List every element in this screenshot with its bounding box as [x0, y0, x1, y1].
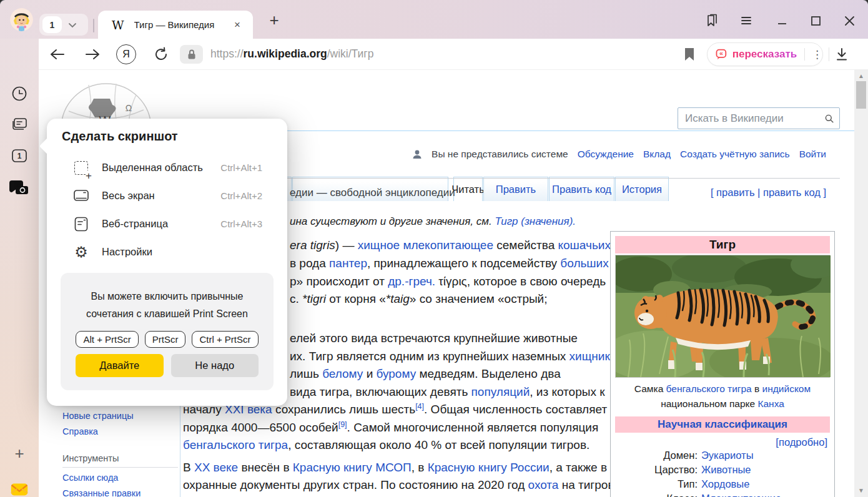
personal-link-contribs[interactable]: Вклад	[643, 149, 671, 160]
yandex-mail-button[interactable]	[9, 480, 29, 497]
retell-more-icon[interactable]: ⋮	[812, 48, 822, 61]
address-bar[interactable]: https://ru.wikipedia.org/wiki/Тигр	[210, 47, 373, 61]
chevron-down-icon[interactable]	[64, 17, 81, 33]
downloads-button[interactable]	[832, 44, 852, 64]
wiki-link[interactable]: Красную книгу России	[428, 461, 550, 474]
search-icon[interactable]	[824, 112, 834, 125]
wiki-link[interactable]: Канха	[757, 398, 784, 409]
new-tab-button[interactable]: +	[264, 9, 285, 31]
wiki-link[interactable]: XX веке	[194, 461, 238, 474]
text-segment: их. Тигр является одним из крупнейших на…	[290, 350, 570, 363]
avatar-icon	[10, 8, 33, 31]
svg-text:Ω: Ω	[126, 103, 132, 113]
decline-button[interactable]: Не надо	[171, 354, 259, 377]
window-minimize-button[interactable]	[773, 11, 792, 30]
sidebar-link-help[interactable]: Справка	[62, 426, 98, 436]
bookmarks-panel-button[interactable]	[702, 11, 721, 30]
taxo-value-link[interactable]: Эукариоты	[701, 448, 830, 463]
search-input[interactable]	[684, 112, 824, 125]
tab-close-icon[interactable]: ×	[230, 18, 244, 32]
sidebar-link-new-pages[interactable]: Новые страницы	[62, 411, 134, 421]
tab-edit-source[interactable]: Править код	[549, 177, 614, 201]
profile-avatar[interactable]	[10, 8, 33, 31]
tab-history[interactable]: История	[615, 177, 669, 201]
wiki-link[interactable]: др.-греч.	[388, 275, 435, 288]
active-tab[interactable]: W Тигр — Википедия ×	[98, 11, 253, 39]
menu-item-full-screen[interactable]: Весь экран Ctrl+Alt+2	[54, 182, 280, 210]
classification-details-link[interactable]: [подробно]	[615, 436, 830, 448]
personal-link-talk[interactable]: Обсуждение	[578, 149, 634, 160]
wikipedia-favicon: W	[112, 18, 124, 32]
text-segment: *taig	[386, 292, 410, 305]
taxo-value-link[interactable]: Животные	[701, 463, 830, 477]
menu-item-settings[interactable]: ⚙ Настройки	[54, 238, 280, 266]
retell-pill[interactable]: « пересказать ⋮	[707, 42, 823, 66]
menu-item-selected-area[interactable]: Выделенная область Ctrl+Alt+1	[54, 154, 280, 182]
bookmarks-icon	[703, 12, 719, 29]
scroll-down-icon[interactable]: ▼	[854, 486, 868, 496]
collections-button[interactable]	[9, 115, 29, 135]
taxo-value-link[interactable]: Хордовые	[701, 477, 830, 491]
sidebar-add-button[interactable]: +	[9, 443, 29, 463]
tabs-panel-button[interactable]: 1	[9, 146, 29, 166]
tab-group-count[interactable]: 1	[42, 16, 62, 33]
printscreen-promo-card: Вы можете включить привычные сочетания с…	[61, 273, 274, 390]
bookmark-flag-icon	[684, 47, 695, 61]
text-segment: , в	[412, 461, 428, 474]
accept-button[interactable]: Давайте	[76, 354, 164, 377]
sidebar-link-related-changes[interactable]: Связанные правки	[62, 488, 141, 497]
wiki-link[interactable]: Тигр (значения).	[495, 215, 576, 227]
yandex-search-button[interactable]: Я	[116, 44, 136, 64]
tab-read[interactable]: Читать	[453, 177, 483, 201]
classification-header[interactable]: Научная классификация	[615, 416, 830, 433]
menu-item-web-page[interactable]: Веб-страница Ctrl+Alt+3	[54, 210, 280, 238]
back-button[interactable]	[47, 44, 67, 64]
footnote-ref[interactable]: [4]	[415, 402, 424, 411]
bookmark-page-button[interactable]	[679, 44, 699, 64]
text-segment: охранные документы других стран. По сост…	[183, 478, 528, 491]
section-edit-links[interactable]: [ править | править код ]	[711, 187, 826, 199]
maximize-icon	[808, 13, 823, 28]
reload-button[interactable]	[151, 44, 171, 64]
scroll-up-icon[interactable]: ▲	[854, 71, 868, 81]
wiki-link[interactable]: белому	[322, 367, 363, 380]
wiki-link[interactable]: популяций	[471, 385, 530, 398]
lock-icon	[187, 49, 197, 60]
wiki-link[interactable]: пантер	[329, 257, 367, 270]
wiki-link[interactable]: больших	[560, 257, 608, 270]
wiki-search[interactable]	[678, 107, 840, 129]
wiki-link[interactable]: охота	[528, 478, 559, 491]
text-segment: и	[363, 367, 376, 380]
wiki-link[interactable]: хищное млекопитающее	[358, 239, 493, 252]
screenshot-tool-button[interactable]	[9, 177, 29, 197]
wiki-link[interactable]: бурому	[377, 367, 417, 380]
taxo-value-link[interactable]: Млекопитающие	[701, 491, 830, 497]
page-scrollbar[interactable]: ▲ ▼	[854, 70, 868, 497]
site-security-badge[interactable]	[180, 45, 203, 64]
personal-link-login[interactable]: Войти	[799, 149, 826, 160]
retell-label[interactable]: пересказать	[732, 48, 797, 61]
scrollbar-thumb[interactable]	[856, 81, 866, 109]
article-line: era tigris) — хищное млекопитающее семей…	[290, 239, 614, 252]
tabstrip-divider	[93, 19, 94, 32]
tab-group-pill[interactable]: 1	[39, 14, 88, 36]
wiki-link[interactable]: кошачьих	[558, 239, 611, 252]
wiki-link[interactable]: бенгальского тигра	[183, 438, 288, 451]
tab-edit[interactable]: Править	[483, 177, 548, 201]
browser-menu-button[interactable]	[737, 11, 756, 30]
tiger-photo[interactable]	[615, 255, 830, 378]
hamburger-menu-icon	[739, 13, 754, 28]
window-close-button[interactable]	[840, 11, 859, 30]
svg-text:1: 1	[17, 152, 22, 160]
sidebar-link-what-links-here[interactable]: Ссылки сюда	[62, 473, 118, 483]
forward-button[interactable]	[82, 44, 102, 64]
text-segment: , принадлежащего к подсемейству	[367, 257, 560, 270]
personal-link-create-account[interactable]: Создать учётную запись	[680, 149, 790, 160]
wiki-link[interactable]: индийском	[762, 383, 811, 394]
wiki-link[interactable]: Красную книгу МСОП	[293, 461, 412, 474]
window-maximize-button[interactable]	[806, 11, 825, 30]
url-path: /wiki/Тигр	[327, 47, 374, 60]
history-button[interactable]	[9, 84, 29, 104]
wiki-link[interactable]: бенгальского тигра	[666, 383, 752, 394]
footnote-ref[interactable]: [9]	[338, 420, 347, 429]
